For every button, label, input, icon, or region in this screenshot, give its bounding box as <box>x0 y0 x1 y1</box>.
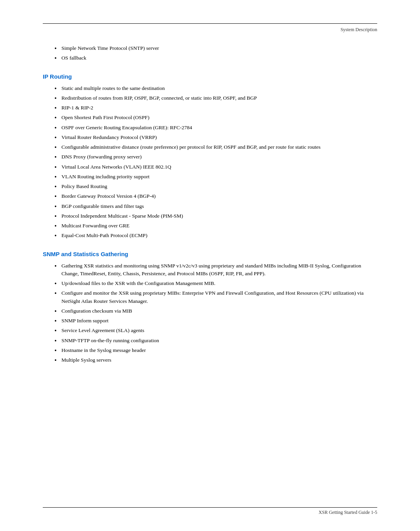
list-item: Equal-Cost Multi-Path Protocol (ECMP) <box>54 232 377 239</box>
list-item: Up/download files to the XSR with the Co… <box>54 280 377 287</box>
list-item: Protocol Independent Multicast - Sparse … <box>54 212 377 220</box>
header-text: System Description <box>43 27 377 33</box>
footer-text: XSR Getting Started Guide 1-5 <box>318 510 377 515</box>
list-item: SNMP-TFTP on-the-fly running configurati… <box>54 337 377 345</box>
list-item: Multicast Forwarding over GRE <box>54 222 377 230</box>
list-item: RIP-1 & RIP-2 <box>54 104 377 112</box>
list-item: Configuration checksum via MIB <box>54 307 377 315</box>
list-item: Redistribution of routes from RIP, OSPF,… <box>54 94 377 102</box>
bullet-list-snmp-statistics: Gathering XSR statistics and monitoring … <box>43 262 377 364</box>
list-item: Configure and monitor the XSR using prop… <box>54 289 377 305</box>
section-heading-ip-routing: IP Routing <box>43 73 377 80</box>
bullet-list-ip-routing: Static and multiple routes to the same d… <box>43 84 377 240</box>
list-item: Policy Based Routing <box>54 183 377 190</box>
list-item: OS fallback <box>54 54 377 62</box>
list-item: Border Gateway Protocol Version 4 (BGP-4… <box>54 192 377 200</box>
page: System Description Simple Network Time P… <box>0 0 420 531</box>
sections-container: IP RoutingStatic and multiple routes to … <box>43 73 377 364</box>
list-item: Hostname in the Syslog message header <box>54 346 377 354</box>
list-item: Configurable administrative distance (ro… <box>54 143 377 151</box>
intro-section: Simple Network Time Protocol (SNTP) serv… <box>43 44 377 62</box>
list-item: Virtual Local Area Networks (VLAN) IEEE … <box>54 163 377 171</box>
list-item: DNS Proxy (forwarding proxy server) <box>54 153 377 161</box>
header-rule <box>43 23 377 24</box>
list-item: Service Level Agreement (SLA) agents <box>54 327 377 334</box>
list-item: SNMP Inform support <box>54 317 377 325</box>
list-item: Gathering XSR statistics and monitoring … <box>54 262 377 278</box>
list-item: Simple Network Time Protocol (SNTP) serv… <box>54 44 377 52</box>
footer-rule <box>43 507 377 508</box>
section-heading-snmp-statistics: SNMP and Statistics Gathering <box>43 251 377 257</box>
list-item: Open Shortest Path First Protocol (OSPF) <box>54 114 377 121</box>
list-item: Multiple Syslog servers <box>54 356 377 364</box>
list-item: OSPF over Generic Routing Encapsulation … <box>54 124 377 132</box>
list-item: Virtual Router Redundancy Protocol (VRRP… <box>54 134 377 141</box>
list-item: BGP configurable timers and filter tags <box>54 202 377 210</box>
intro-bullet-list: Simple Network Time Protocol (SNTP) serv… <box>43 44 377 62</box>
list-item: VLAN Routing including priority support <box>54 173 377 181</box>
section-snmp-statistics: SNMP and Statistics GatheringGathering X… <box>43 251 377 364</box>
list-item: Static and multiple routes to the same d… <box>54 84 377 92</box>
section-ip-routing: IP RoutingStatic and multiple routes to … <box>43 73 377 240</box>
